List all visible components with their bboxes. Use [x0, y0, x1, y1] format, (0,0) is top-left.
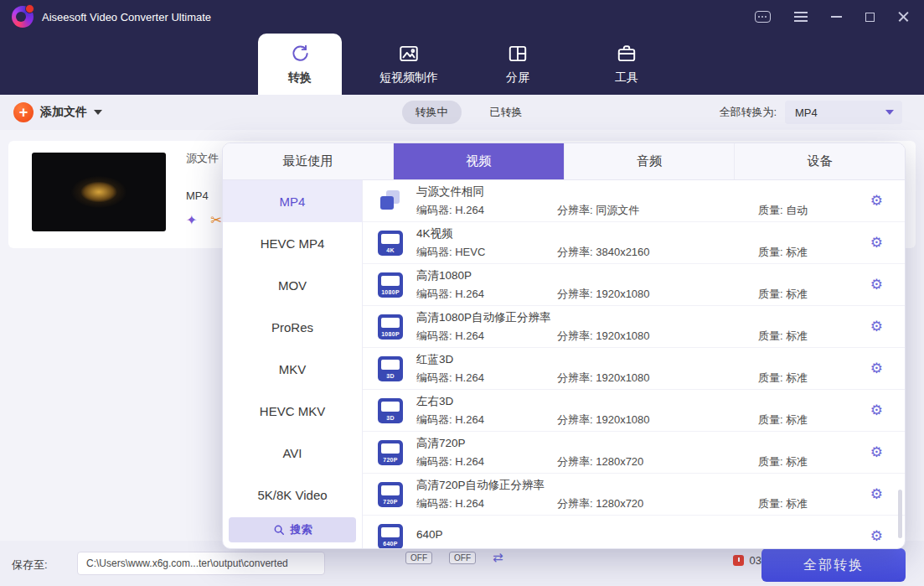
format-category[interactable]: HEVC MP4 — [223, 222, 362, 264]
tab-converted[interactable]: 已转换 — [490, 105, 523, 120]
preset-resolution: 分辨率: 1920x1080 — [557, 287, 758, 302]
preset-encoder: 编码器: HEVC — [416, 245, 557, 260]
sync-icon[interactable]: ⇄ — [493, 550, 503, 565]
format-icon-badge: 3D — [378, 415, 403, 421]
format-category[interactable]: MKV — [223, 348, 362, 390]
preset-row[interactable]: 720P 高清720P自动修正分辨率 编码器: H.264 分辨率: 1280x… — [363, 474, 905, 516]
format-category-label: MP4 — [280, 194, 306, 209]
split-screen-icon — [507, 43, 529, 65]
format-category[interactable]: 5K/8K Video — [223, 474, 362, 516]
format-category[interactable]: MP4 — [223, 180, 362, 222]
nav-tab-split-screen[interactable]: 分屏 — [463, 34, 572, 95]
format-panel-body: 搜索 MP4 HEVC MP4 MOV ProRes MKV HEVC MKV … — [223, 180, 905, 548]
preset-row[interactable]: 720P 高清720P 编码器: H.264 分辨率: 1280x720 质量:… — [363, 432, 905, 474]
tab-converting[interactable]: 转换中 — [402, 101, 462, 124]
preset-quality: 质量: 标准 — [758, 412, 870, 428]
file-format-label: MP4 — [186, 189, 222, 202]
nav-tab-label: 转换 — [288, 70, 312, 86]
main-nav: 转换 短视频制作 分屏 工具 — [0, 34, 924, 95]
settings-gear-icon[interactable]: ⚙ — [870, 527, 883, 545]
settings-gear-icon[interactable]: ⚙ — [870, 485, 883, 503]
nav-tab-toolbox[interactable]: 工具 — [572, 34, 681, 95]
tab-video[interactable]: 视频 — [394, 143, 565, 179]
bottom-toggles: OFF OFF ⇄ — [405, 550, 503, 565]
preset-title: 与源文件相同 — [416, 184, 870, 200]
format-category[interactable]: MOV — [223, 264, 362, 306]
preset-resolution: 分辨率: 1280x720 — [557, 454, 758, 469]
video-thumbnail — [32, 153, 166, 231]
preset-title: 红蓝3D — [416, 352, 870, 367]
nav-tab-label: 分屏 — [506, 70, 529, 86]
save-path-value: C:\Users\www.x6g.com...ter\output\conver… — [86, 557, 288, 569]
alert-icon — [733, 555, 744, 566]
search-button[interactable]: 搜索 — [229, 517, 356, 542]
format-icon: 1080P — [378, 272, 403, 298]
convert-all-button[interactable]: 全部转换 — [761, 548, 906, 582]
toolbar: + 添加文件 转换中 已转换 全部转换为: MP4 — [0, 95, 924, 130]
format-icon-badge: 720P — [378, 457, 403, 463]
preset-row[interactable]: 1080P 高清1080P 编码器: H.264 分辨率: 1920x1080 … — [363, 264, 905, 306]
preset-encoder: 编码器: H.264 — [416, 412, 557, 428]
source-file-label: 源文件 — [186, 151, 222, 166]
preset-encoder: 编码器: H.264 — [416, 203, 557, 218]
search-icon — [273, 524, 285, 536]
preset-quality: 质量: 标准 — [758, 245, 870, 260]
preset-row[interactable]: 3D 左右3D 编码器: H.264 分辨率: 1920x1080 质量: 标准… — [363, 390, 905, 432]
settings-gear-icon[interactable]: ⚙ — [870, 402, 883, 419]
settings-gear-icon[interactable]: ⚙ — [870, 276, 883, 293]
preset-quality: 质量: 标准 — [758, 329, 870, 344]
preset-quality: 质量: 自动 — [758, 203, 870, 218]
format-category-list: 搜索 MP4 HEVC MP4 MOV ProRes MKV HEVC MKV … — [223, 180, 363, 548]
tab-audio[interactable]: 音频 — [565, 143, 736, 179]
settings-gear-icon[interactable]: ⚙ — [870, 192, 883, 210]
tab-device[interactable]: 设备 — [735, 143, 905, 179]
format-category[interactable]: HEVC MKV — [223, 390, 362, 432]
save-to-label: 保存至: — [12, 557, 48, 573]
format-category-label: 5K/8K Video — [257, 488, 327, 502]
preset-row[interactable]: 与源文件相同 编码器: H.264 分辨率: 同源文件 质量: 自动 ⚙ — [363, 180, 905, 222]
preset-resolution: 分辨率: 1920x1080 — [557, 371, 758, 386]
add-files-button[interactable]: + 添加文件 — [13, 95, 102, 130]
output-format-group: 全部转换为: MP4 — [719, 95, 902, 130]
preset-quality: 质量: 标准 — [758, 287, 870, 302]
chevron-down-icon — [885, 110, 894, 115]
format-icon: 720P — [378, 482, 403, 507]
feedback-icon[interactable] — [755, 11, 771, 23]
format-icon: 4K — [378, 231, 403, 256]
maximize-button[interactable] — [865, 13, 875, 22]
save-path-input[interactable]: C:\Users\www.x6g.com...ter\output\conver… — [77, 552, 325, 575]
settings-gear-icon[interactable]: ⚙ — [870, 234, 883, 252]
format-category[interactable]: AVI — [223, 432, 362, 474]
menu-icon[interactable] — [794, 16, 808, 18]
format-category-label: AVI — [282, 446, 302, 460]
format-category[interactable]: ProRes — [223, 306, 362, 348]
app-title: Aiseesoft Video Converter Ultimate — [42, 11, 211, 23]
add-icon: + — [13, 102, 34, 122]
minimize-button[interactable] — [831, 16, 842, 18]
preset-row[interactable]: 640P 640P ⚙ — [363, 516, 905, 548]
toggle-off-2[interactable]: OFF — [449, 552, 476, 564]
nav-tab-mv-maker[interactable]: 短视频制作 — [354, 34, 463, 95]
tab-recent[interactable]: 最近使用 — [223, 143, 394, 179]
preset-resolution: 分辨率: 1280x720 — [557, 496, 758, 511]
preset-row[interactable]: 1080P 高清1080P自动修正分辨率 编码器: H.264 分辨率: 192… — [363, 306, 905, 348]
close-button[interactable] — [898, 12, 909, 23]
settings-gear-icon[interactable]: ⚙ — [870, 360, 883, 377]
scrollbar[interactable] — [898, 490, 902, 538]
thumbnail-image — [61, 170, 137, 214]
format-icon: 3D — [378, 356, 403, 381]
toggle-off-1[interactable]: OFF — [405, 552, 432, 564]
preset-row[interactable]: 4K 4K视频 编码器: HEVC 分辨率: 3840x2160 质量: 标准 … — [363, 222, 905, 264]
output-format-select[interactable]: MP4 — [785, 101, 902, 124]
preset-title: 640P — [416, 528, 870, 541]
nav-tab-convert[interactable]: 转换 — [258, 34, 342, 95]
cut-icon[interactable]: ✂ — [210, 212, 221, 228]
edit-effect-icon[interactable]: ✦ — [186, 212, 197, 228]
preset-resolution: 分辨率: 3840x2160 — [557, 245, 758, 260]
preset-row[interactable]: 3D 红蓝3D 编码器: H.264 分辨率: 1920x1080 质量: 标准… — [363, 348, 905, 390]
format-icon-badge: 720P — [378, 499, 403, 505]
settings-gear-icon[interactable]: ⚙ — [870, 318, 883, 335]
settings-gear-icon[interactable]: ⚙ — [870, 443, 883, 461]
search-label: 搜索 — [291, 522, 312, 537]
preset-encoder: 编码器: H.264 — [416, 329, 557, 344]
